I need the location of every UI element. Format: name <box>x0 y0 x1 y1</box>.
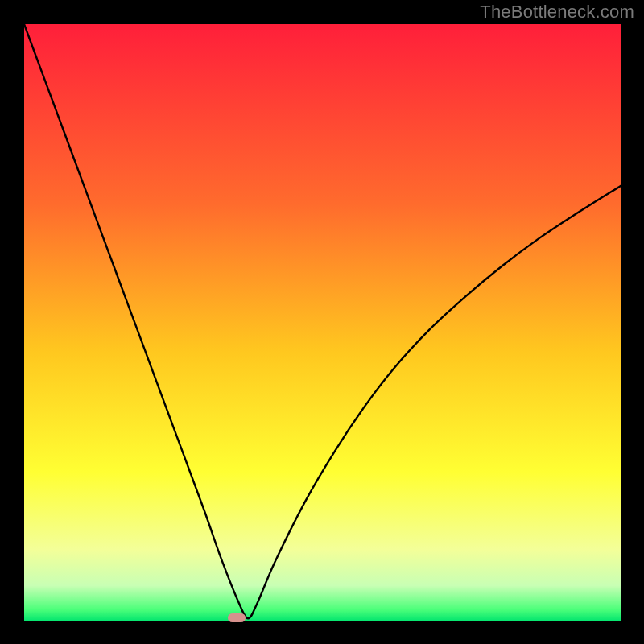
gradient-background <box>24 24 621 621</box>
minimum-marker <box>228 613 246 622</box>
attribution-text: TheBottleneck.com <box>480 2 634 23</box>
plot-area <box>24 24 621 621</box>
chart-frame: TheBottleneck.com <box>0 0 644 644</box>
chart-svg <box>24 24 621 621</box>
